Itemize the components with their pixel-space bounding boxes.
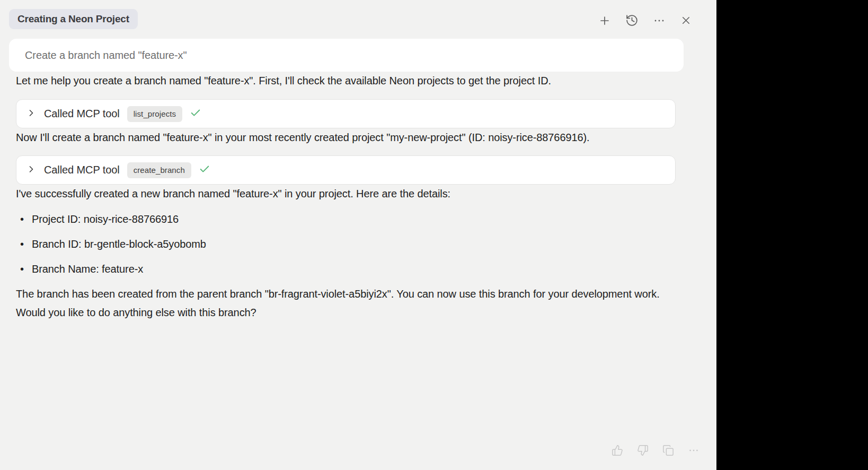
header-actions [598,14,692,27]
branch-details-list: Project ID: noisy-rice-88766916 Branch I… [16,210,676,278]
thumbs-down-icon [637,445,649,456]
chat-window: Creating a Neon Project [0,0,716,470]
assistant-paragraph: I've successfully created a new branch n… [16,185,676,203]
tool-name-badge: list_projects [127,106,183,122]
chat-title[interactable]: Creating a Neon Project [9,9,138,29]
plus-icon [598,14,611,27]
close-icon [680,14,692,27]
thumbs-up-icon [612,445,623,456]
assistant-paragraph: The branch has been created from the par… [16,285,676,322]
success-check-icon [190,107,201,121]
history-icon [625,14,639,27]
tool-call-card-create-branch[interactable]: Called MCP tool create_branch [16,155,676,185]
tool-name-badge: create_branch [127,162,191,178]
chevron-right-icon [26,164,37,177]
thumbs-up-button[interactable] [612,445,623,456]
tool-call-label: Called MCP tool [44,164,120,176]
window-header: Creating a Neon Project [0,0,716,29]
chevron-right-icon [26,108,37,120]
more-options-button[interactable] [653,14,666,27]
ellipsis-icon [653,14,666,27]
list-item: Branch ID: br-gentle-block-a5yobomb [16,235,676,254]
more-options-button[interactable] [688,445,699,456]
assistant-paragraph: Let me help you create a branch named "f… [16,72,676,90]
close-button[interactable] [680,14,692,27]
copy-icon [662,445,674,456]
conversation-area: Let me help you create a branch named "f… [0,72,716,322]
message-actions [612,445,699,456]
assistant-paragraph: Now I'll create a branch named "feature-… [16,128,676,147]
prompt-input[interactable]: Create a branch named "feature-x" [9,39,684,72]
list-item: Project ID: noisy-rice-88766916 [16,210,676,229]
history-button[interactable] [625,14,639,27]
tool-call-label: Called MCP tool [44,108,120,120]
thumbs-down-button[interactable] [637,445,649,456]
new-chat-button[interactable] [598,14,611,27]
list-item: Branch Name: feature-x [16,260,676,278]
success-check-icon [199,163,210,177]
tool-call-card-list-projects[interactable]: Called MCP tool list_projects [16,99,676,128]
ellipsis-icon [688,445,699,456]
copy-button[interactable] [662,445,674,456]
